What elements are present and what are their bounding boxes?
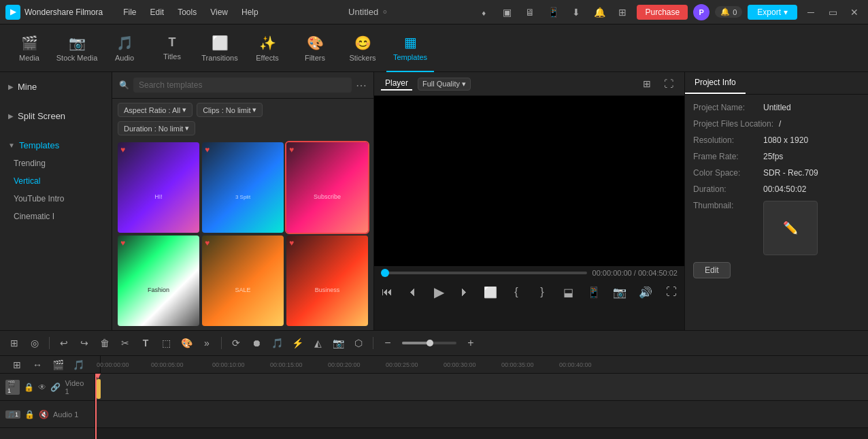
track-button[interactable]: ◎ (26, 334, 44, 352)
template-card-changeable[interactable]: HI! ♥ 00:10 ⬇ The Changeable... (118, 142, 199, 233)
purchase-button[interactable]: Purchase (637, 5, 688, 20)
grid-icon[interactable]: ⊞ (614, 3, 631, 21)
tab-player[interactable]: Player (381, 77, 412, 91)
nav-filters[interactable]: 🎨 Filters (291, 25, 339, 72)
prev-frame-button[interactable]: ⏴ (403, 282, 422, 302)
expand-tools-button[interactable]: » (198, 334, 216, 352)
zoom-slider[interactable] (402, 342, 456, 344)
app-logo: ▶ Wondershare Filmora (5, 5, 103, 20)
zoom-in-button[interactable]: + (462, 334, 480, 352)
sidebar-templates-header[interactable]: ▼ Templates (0, 136, 112, 155)
edit-thumbnail-icon[interactable]: ✏️ (783, 221, 798, 235)
sidebar-mine-header[interactable]: ▶ Mine (0, 78, 112, 96)
tab-project-info[interactable]: Project Info (685, 72, 746, 94)
lock-icon[interactable]: 🔒 (24, 383, 34, 392)
close-button[interactable]: ✕ (846, 4, 863, 20)
nav-titles[interactable]: T Titles (148, 25, 196, 72)
video-tracks-button[interactable]: 🎬 (49, 356, 67, 374)
minimize-button[interactable]: ─ (803, 4, 819, 20)
split-button[interactable]: ⬓ (558, 282, 578, 302)
cut-button[interactable]: ✂ (116, 334, 134, 352)
scene-detection-button[interactable]: ⊞ (5, 334, 23, 352)
nav-stock-media[interactable]: 📷 Stock Media (53, 25, 101, 72)
template-card-exquisite2[interactable]: Business ♥ ⬇ Exquisite Busine... (286, 235, 368, 326)
template-card-fashion[interactable]: Fashion ♥ ⬇ Fashion Blogger... (118, 235, 199, 326)
nav-media[interactable]: 🎬 Media (5, 25, 53, 72)
mobile-preview-button[interactable]: 📱 (584, 282, 603, 302)
play-button[interactable]: ▶ (429, 282, 448, 302)
menu-edit[interactable]: Edit (144, 0, 171, 25)
menu-help[interactable]: Help (235, 0, 265, 25)
template-card-exquisite1[interactable]: SALE ♥ ⬇ Exquisite Busine... (202, 235, 284, 326)
aspect-ratio-filter[interactable]: Aspect Ratio : All ▾ (118, 103, 193, 117)
progress-bar[interactable] (381, 272, 587, 274)
playhead[interactable] (95, 374, 97, 439)
sidebar-item-vertical[interactable]: Vertical (0, 172, 112, 190)
audio-tracks-button[interactable]: 🎵 (69, 356, 87, 374)
export-button[interactable]: Export ▾ (748, 5, 797, 20)
search-input[interactable] (133, 78, 352, 93)
clips-arrow-icon: ▾ (252, 105, 256, 114)
menu-file[interactable]: File (116, 0, 143, 25)
progress-thumb[interactable] (381, 269, 389, 277)
monitor-icon[interactable]: 🖥 (521, 3, 539, 21)
template-card-blogger[interactable]: Subscribe ♥ 00:05 ⬇ Blogger Subscri... (286, 142, 368, 233)
mobile-icon[interactable]: 📱 (544, 3, 562, 21)
nav-stickers[interactable]: 😊 Stickers (339, 25, 386, 72)
text-tool-button[interactable]: T (137, 334, 154, 352)
expand-button[interactable]: ⛶ (662, 282, 681, 302)
maximize-button[interactable]: ▭ (824, 4, 841, 20)
more-options-button[interactable]: ⋯ (356, 79, 367, 92)
template-icon[interactable]: ▣ (498, 3, 516, 21)
next-frame-button[interactable]: ⏵ (455, 282, 474, 302)
record-button[interactable]: ⏺ (248, 334, 265, 352)
nav-templates[interactable]: ▦ Templates (386, 25, 434, 72)
user-avatar[interactable]: P (693, 4, 710, 20)
fullscreen-icon[interactable]: ⛶ (660, 75, 678, 93)
color-button[interactable]: 🎨 (178, 334, 195, 352)
template-card-split[interactable]: 3 Split ♥ ⬇ Three Split Scre... (202, 142, 284, 233)
mark-in-button[interactable]: { (507, 282, 526, 302)
project-name-row: Project Name: Untitled (693, 103, 860, 112)
clips-filter[interactable]: Clips : No limit ▾ (197, 103, 263, 117)
undo-button[interactable]: ↩ (55, 334, 73, 352)
audio-lock-icon[interactable]: 🔒 (24, 410, 35, 419)
duration-filter[interactable]: Duration : No limit ▾ (118, 121, 195, 135)
sidebar-item-youtube-intro[interactable]: YouTube Intro (0, 190, 112, 208)
template-thumb-blogger: Subscribe ♥ 00:05 ⬇ (286, 142, 368, 233)
nav-icon[interactable]: ⬧ (475, 3, 493, 21)
snapshot-button[interactable]: 📷 (610, 282, 629, 302)
crop-button[interactable]: ⬚ (157, 334, 175, 352)
edit-button[interactable]: Edit (693, 262, 731, 278)
delete-button[interactable]: 🗑 (96, 334, 114, 352)
nav-transitions[interactable]: ⬜ Transitions (196, 25, 244, 72)
mask-button[interactable]: ◭ (309, 334, 327, 352)
audio-tools-button[interactable]: 🎵 (268, 334, 286, 352)
audio-link-icon[interactable]: 🔗 (50, 383, 61, 392)
sidebar-split-header[interactable]: ▶ Split Screen (0, 107, 112, 125)
mark-out-button[interactable]: } (533, 282, 552, 302)
nav-effects[interactable]: ✨ Effects (244, 25, 291, 72)
menu-tools[interactable]: Tools (171, 0, 203, 25)
pip-button[interactable]: ⬡ (350, 334, 367, 352)
grid-view-icon[interactable]: ⊞ (638, 75, 656, 93)
audio-mute-icon[interactable]: 🔇 (39, 410, 49, 419)
download-icon[interactable]: ⬇ (567, 3, 585, 21)
eye-icon[interactable]: 👁 (38, 383, 46, 392)
redo-button[interactable]: ↪ (76, 334, 93, 352)
auto-ripple-button[interactable]: ↔ (29, 356, 46, 374)
sidebar-item-trending[interactable]: Trending (0, 155, 112, 172)
bell-icon[interactable]: 🔔 (590, 3, 608, 21)
add-track-button[interactable]: ⊞ (8, 356, 26, 374)
nav-audio[interactable]: 🎵 Audio (101, 25, 148, 72)
motion-button[interactable]: ⟳ (227, 334, 245, 352)
stop-button[interactable]: ⬜ (481, 282, 500, 302)
skip-start-button[interactable]: ⏮ (378, 282, 397, 302)
volume-button[interactable]: 🔊 (636, 282, 655, 302)
speed-button[interactable]: ⚡ (288, 334, 306, 352)
sidebar-item-cinematic[interactable]: Cinematic I (0, 208, 112, 225)
snapshot-tool-button[interactable]: 📷 (329, 334, 347, 352)
zoom-out-button[interactable]: − (379, 334, 397, 352)
quality-selector[interactable]: Full Quality ▾ (418, 78, 471, 91)
menu-view[interactable]: View (203, 0, 235, 25)
